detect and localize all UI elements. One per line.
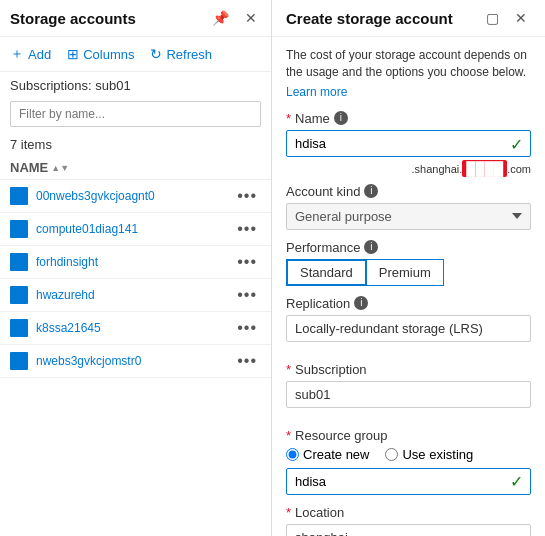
description-text: The cost of your storage account depends… (286, 47, 531, 81)
resource-group-section: * Resource group Create new Use existing… (286, 428, 531, 495)
name-valid-checkmark: ✓ (510, 135, 523, 154)
svg-rect-14 (14, 326, 24, 328)
subscription-label: * Subscription (286, 362, 531, 377)
storage-item-icon (10, 286, 28, 304)
redacted-text: ████ (462, 160, 507, 177)
item-name: compute01diag141 (36, 222, 233, 236)
performance-premium-button[interactable]: Premium (366, 259, 444, 286)
name-label-text: Name (295, 111, 330, 126)
list-item[interactable]: hwazurehd ••• (0, 279, 271, 312)
name-input[interactable] (286, 130, 531, 157)
maximize-icon-button[interactable]: ▢ (482, 8, 503, 28)
left-panel-header: Storage accounts 📌 ✕ (0, 0, 271, 37)
required-star: * (286, 505, 291, 520)
columns-icon: ⊞ (67, 46, 79, 62)
subscription-section: * Subscription sub01 (286, 362, 531, 418)
add-label: Add (28, 47, 51, 62)
replication-label-text: Replication (286, 296, 350, 311)
svg-rect-8 (14, 260, 24, 262)
pin-icon-button[interactable]: 📌 (208, 8, 233, 28)
location-select[interactable]: shanghai (286, 524, 531, 536)
list-item[interactable]: compute01diag141 ••• (0, 213, 271, 246)
left-panel-title: Storage accounts (10, 10, 136, 27)
right-panel-title: Create storage account (286, 10, 453, 27)
name-suffix: .shanghai.████.com (286, 161, 531, 176)
add-icon: ＋ (10, 45, 24, 63)
storage-item-icon (10, 253, 28, 271)
close-right-icon-button[interactable]: ✕ (511, 8, 531, 28)
item-more-menu[interactable]: ••• (233, 352, 261, 370)
filter-input[interactable] (10, 101, 261, 127)
learn-more-link[interactable]: Learn more (286, 85, 531, 99)
account-kind-label: Account kind i (286, 184, 531, 199)
name-field-label: * Name i (286, 111, 531, 126)
resource-group-input[interactable] (286, 468, 531, 495)
performance-standard-button[interactable]: Standard (286, 259, 367, 286)
performance-label: Performance i (286, 240, 531, 255)
location-label: * Location (286, 505, 531, 520)
item-name: forhdinsight (36, 255, 233, 269)
resource-group-radio-group: Create new Use existing (286, 447, 531, 462)
performance-info-icon[interactable]: i (364, 240, 378, 254)
resource-group-label: * Resource group (286, 428, 531, 443)
name-info-icon[interactable]: i (334, 111, 348, 125)
use-existing-radio[interactable] (385, 448, 398, 461)
replication-section: Replication i Locally-redundant storage … (286, 296, 531, 352)
replication-info-icon[interactable]: i (354, 296, 368, 310)
table-header: NAME ▲▼ (0, 156, 271, 180)
item-name: nwebs3gvkcjomstr0 (36, 354, 233, 368)
item-name: 00nwebs3gvkcjoagnt0 (36, 189, 233, 203)
performance-buttons: Standard Premium (286, 259, 531, 286)
left-panel-header-icons: 📌 ✕ (208, 8, 261, 28)
columns-button[interactable]: ⊞ Columns (67, 46, 134, 62)
add-button[interactable]: ＋ Add (10, 45, 51, 63)
performance-section: Performance i Standard Premium (286, 240, 531, 286)
toolbar: ＋ Add ⊞ Columns ↻ Refresh (0, 37, 271, 72)
item-more-menu[interactable]: ••• (233, 319, 261, 337)
item-more-menu[interactable]: ••• (233, 286, 261, 304)
subscription-select[interactable]: sub01 (286, 381, 531, 408)
subscriptions-bar: Subscriptions: sub01 (0, 72, 271, 97)
close-icon-button[interactable]: ✕ (241, 8, 261, 28)
use-existing-radio-option[interactable]: Use existing (385, 447, 473, 462)
storage-item-icon (10, 319, 28, 337)
items-count: 7 items (0, 133, 271, 156)
storage-item-icon (10, 220, 28, 238)
storage-item-icon (10, 352, 28, 370)
list-item[interactable]: forhdinsight ••• (0, 246, 271, 279)
create-new-radio-option[interactable]: Create new (286, 447, 369, 462)
right-panel-content: The cost of your storage account depends… (272, 37, 545, 536)
storage-list: 00nwebs3gvkcjoagnt0 ••• compute01diag141… (0, 180, 271, 536)
subscriptions-label: Subscriptions: sub01 (10, 78, 131, 93)
right-header-icons: ▢ ✕ (482, 8, 531, 28)
refresh-label: Refresh (166, 47, 212, 62)
right-panel-header: Create storage account ▢ ✕ (272, 0, 545, 37)
resource-group-input-wrap: ✓ (286, 468, 531, 495)
list-item[interactable]: 00nwebs3gvkcjoagnt0 ••• (0, 180, 271, 213)
svg-rect-2 (14, 194, 24, 196)
required-star: * (286, 111, 291, 126)
item-more-menu[interactable]: ••• (233, 220, 261, 238)
storage-item-icon (10, 187, 28, 205)
right-panel: Create storage account ▢ ✕ The cost of y… (272, 0, 545, 536)
item-name: k8ssa21645 (36, 321, 233, 335)
refresh-button[interactable]: ↻ Refresh (150, 46, 212, 62)
location-section: * Location shanghai (286, 505, 531, 536)
name-input-wrap: ✓ (286, 130, 531, 159)
resource-group-label-text: Resource group (295, 428, 388, 443)
list-item[interactable]: k8ssa21645 ••• (0, 312, 271, 345)
create-new-radio[interactable] (286, 448, 299, 461)
account-kind-info-icon[interactable]: i (364, 184, 378, 198)
account-kind-select[interactable]: General purpose (286, 203, 531, 230)
performance-label-text: Performance (286, 240, 360, 255)
replication-select[interactable]: Locally-redundant storage (LRS) (286, 315, 531, 342)
list-item[interactable]: nwebs3gvkcjomstr0 ••• (0, 345, 271, 378)
item-more-menu[interactable]: ••• (233, 253, 261, 271)
svg-rect-5 (14, 227, 24, 229)
columns-label: Columns (83, 47, 134, 62)
item-more-menu[interactable]: ••• (233, 187, 261, 205)
sort-icons: ▲▼ (51, 163, 69, 173)
create-new-label: Create new (303, 447, 369, 462)
use-existing-label: Use existing (402, 447, 473, 462)
account-kind-label-text: Account kind (286, 184, 360, 199)
